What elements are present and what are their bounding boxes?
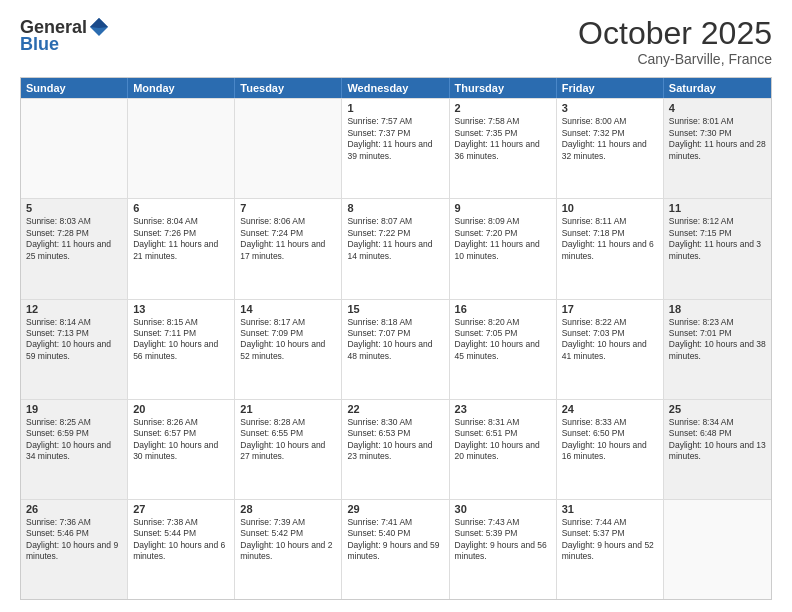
day-number: 16 — [455, 303, 551, 315]
cal-cell-1-5: 10Sunrise: 8:11 AM Sunset: 7:18 PM Dayli… — [557, 199, 664, 298]
cal-cell-3-6: 25Sunrise: 8:34 AM Sunset: 6:48 PM Dayli… — [664, 400, 771, 499]
cal-cell-0-2 — [235, 99, 342, 198]
cell-info: Sunrise: 8:06 AM Sunset: 7:24 PM Dayligh… — [240, 216, 336, 262]
cell-info: Sunrise: 7:39 AM Sunset: 5:42 PM Dayligh… — [240, 517, 336, 563]
logo: General Blue — [20, 16, 111, 55]
calendar: Sunday Monday Tuesday Wednesday Thursday… — [20, 77, 772, 600]
cell-info: Sunrise: 7:38 AM Sunset: 5:44 PM Dayligh… — [133, 517, 229, 563]
day-number: 29 — [347, 503, 443, 515]
cal-cell-0-5: 3Sunrise: 8:00 AM Sunset: 7:32 PM Daylig… — [557, 99, 664, 198]
day-number: 2 — [455, 102, 551, 114]
day-number: 13 — [133, 303, 229, 315]
day-number: 18 — [669, 303, 766, 315]
day-number: 9 — [455, 202, 551, 214]
day-number: 31 — [562, 503, 658, 515]
cal-row-0: 1Sunrise: 7:57 AM Sunset: 7:37 PM Daylig… — [21, 98, 771, 198]
cal-cell-2-2: 14Sunrise: 8:17 AM Sunset: 7:09 PM Dayli… — [235, 300, 342, 399]
header: General Blue October 2025 Cany-Barville,… — [20, 16, 772, 67]
title-block: October 2025 Cany-Barville, France — [578, 16, 772, 67]
cal-cell-4-1: 27Sunrise: 7:38 AM Sunset: 5:44 PM Dayli… — [128, 500, 235, 599]
cal-cell-3-5: 24Sunrise: 8:33 AM Sunset: 6:50 PM Dayli… — [557, 400, 664, 499]
cell-info: Sunrise: 7:58 AM Sunset: 7:35 PM Dayligh… — [455, 116, 551, 162]
cell-info: Sunrise: 8:03 AM Sunset: 7:28 PM Dayligh… — [26, 216, 122, 262]
cal-cell-1-0: 5Sunrise: 8:03 AM Sunset: 7:28 PM Daylig… — [21, 199, 128, 298]
cal-cell-2-5: 17Sunrise: 8:22 AM Sunset: 7:03 PM Dayli… — [557, 300, 664, 399]
cell-info: Sunrise: 8:01 AM Sunset: 7:30 PM Dayligh… — [669, 116, 766, 162]
header-friday: Friday — [557, 78, 664, 98]
cal-cell-2-4: 16Sunrise: 8:20 AM Sunset: 7:05 PM Dayli… — [450, 300, 557, 399]
cell-info: Sunrise: 8:20 AM Sunset: 7:05 PM Dayligh… — [455, 317, 551, 363]
cal-cell-4-2: 28Sunrise: 7:39 AM Sunset: 5:42 PM Dayli… — [235, 500, 342, 599]
cal-cell-0-0 — [21, 99, 128, 198]
cal-cell-4-3: 29Sunrise: 7:41 AM Sunset: 5:40 PM Dayli… — [342, 500, 449, 599]
cal-cell-2-0: 12Sunrise: 8:14 AM Sunset: 7:13 PM Dayli… — [21, 300, 128, 399]
cell-info: Sunrise: 8:04 AM Sunset: 7:26 PM Dayligh… — [133, 216, 229, 262]
day-number: 4 — [669, 102, 766, 114]
cal-cell-1-2: 7Sunrise: 8:06 AM Sunset: 7:24 PM Daylig… — [235, 199, 342, 298]
day-number: 7 — [240, 202, 336, 214]
cell-info: Sunrise: 8:23 AM Sunset: 7:01 PM Dayligh… — [669, 317, 766, 363]
header-wednesday: Wednesday — [342, 78, 449, 98]
cal-cell-1-3: 8Sunrise: 8:07 AM Sunset: 7:22 PM Daylig… — [342, 199, 449, 298]
cell-info: Sunrise: 8:28 AM Sunset: 6:55 PM Dayligh… — [240, 417, 336, 463]
cal-cell-3-0: 19Sunrise: 8:25 AM Sunset: 6:59 PM Dayli… — [21, 400, 128, 499]
day-number: 19 — [26, 403, 122, 415]
day-number: 28 — [240, 503, 336, 515]
calendar-body: 1Sunrise: 7:57 AM Sunset: 7:37 PM Daylig… — [21, 98, 771, 599]
cell-info: Sunrise: 7:41 AM Sunset: 5:40 PM Dayligh… — [347, 517, 443, 563]
day-number: 27 — [133, 503, 229, 515]
svg-marker-1 — [90, 18, 108, 28]
cal-cell-0-4: 2Sunrise: 7:58 AM Sunset: 7:35 PM Daylig… — [450, 99, 557, 198]
cal-row-2: 12Sunrise: 8:14 AM Sunset: 7:13 PM Dayli… — [21, 299, 771, 399]
cal-cell-3-2: 21Sunrise: 8:28 AM Sunset: 6:55 PM Dayli… — [235, 400, 342, 499]
day-number: 21 — [240, 403, 336, 415]
cell-info: Sunrise: 8:00 AM Sunset: 7:32 PM Dayligh… — [562, 116, 658, 162]
cal-row-3: 19Sunrise: 8:25 AM Sunset: 6:59 PM Dayli… — [21, 399, 771, 499]
cell-info: Sunrise: 8:26 AM Sunset: 6:57 PM Dayligh… — [133, 417, 229, 463]
cal-row-1: 5Sunrise: 8:03 AM Sunset: 7:28 PM Daylig… — [21, 198, 771, 298]
logo-flag-icon — [88, 16, 110, 38]
header-saturday: Saturday — [664, 78, 771, 98]
cell-info: Sunrise: 8:31 AM Sunset: 6:51 PM Dayligh… — [455, 417, 551, 463]
cal-cell-0-1 — [128, 99, 235, 198]
month-title: October 2025 — [578, 16, 772, 51]
cell-info: Sunrise: 8:33 AM Sunset: 6:50 PM Dayligh… — [562, 417, 658, 463]
cell-info: Sunrise: 7:57 AM Sunset: 7:37 PM Dayligh… — [347, 116, 443, 162]
cal-cell-1-1: 6Sunrise: 8:04 AM Sunset: 7:26 PM Daylig… — [128, 199, 235, 298]
day-number: 15 — [347, 303, 443, 315]
day-number: 23 — [455, 403, 551, 415]
day-number: 14 — [240, 303, 336, 315]
cal-cell-4-4: 30Sunrise: 7:43 AM Sunset: 5:39 PM Dayli… — [450, 500, 557, 599]
cell-info: Sunrise: 8:15 AM Sunset: 7:11 PM Dayligh… — [133, 317, 229, 363]
header-thursday: Thursday — [450, 78, 557, 98]
cal-cell-0-3: 1Sunrise: 7:57 AM Sunset: 7:37 PM Daylig… — [342, 99, 449, 198]
cal-cell-2-6: 18Sunrise: 8:23 AM Sunset: 7:01 PM Dayli… — [664, 300, 771, 399]
cell-info: Sunrise: 8:25 AM Sunset: 6:59 PM Dayligh… — [26, 417, 122, 463]
cal-cell-0-6: 4Sunrise: 8:01 AM Sunset: 7:30 PM Daylig… — [664, 99, 771, 198]
day-number: 6 — [133, 202, 229, 214]
day-number: 22 — [347, 403, 443, 415]
cal-cell-3-3: 22Sunrise: 8:30 AM Sunset: 6:53 PM Dayli… — [342, 400, 449, 499]
cal-cell-1-6: 11Sunrise: 8:12 AM Sunset: 7:15 PM Dayli… — [664, 199, 771, 298]
day-number: 3 — [562, 102, 658, 114]
cell-info: Sunrise: 8:07 AM Sunset: 7:22 PM Dayligh… — [347, 216, 443, 262]
day-number: 5 — [26, 202, 122, 214]
day-number: 17 — [562, 303, 658, 315]
cell-info: Sunrise: 7:36 AM Sunset: 5:46 PM Dayligh… — [26, 517, 122, 563]
cell-info: Sunrise: 8:12 AM Sunset: 7:15 PM Dayligh… — [669, 216, 766, 262]
day-number: 30 — [455, 503, 551, 515]
cell-info: Sunrise: 8:17 AM Sunset: 7:09 PM Dayligh… — [240, 317, 336, 363]
cell-info: Sunrise: 8:30 AM Sunset: 6:53 PM Dayligh… — [347, 417, 443, 463]
calendar-header: Sunday Monday Tuesday Wednesday Thursday… — [21, 78, 771, 98]
cell-info: Sunrise: 7:43 AM Sunset: 5:39 PM Dayligh… — [455, 517, 551, 563]
cal-cell-3-1: 20Sunrise: 8:26 AM Sunset: 6:57 PM Dayli… — [128, 400, 235, 499]
cal-cell-4-5: 31Sunrise: 7:44 AM Sunset: 5:37 PM Dayli… — [557, 500, 664, 599]
day-number: 24 — [562, 403, 658, 415]
cell-info: Sunrise: 8:18 AM Sunset: 7:07 PM Dayligh… — [347, 317, 443, 363]
day-number: 20 — [133, 403, 229, 415]
cal-cell-2-3: 15Sunrise: 8:18 AM Sunset: 7:07 PM Dayli… — [342, 300, 449, 399]
header-tuesday: Tuesday — [235, 78, 342, 98]
page: General Blue October 2025 Cany-Barville,… — [0, 0, 792, 612]
cal-cell-1-4: 9Sunrise: 8:09 AM Sunset: 7:20 PM Daylig… — [450, 199, 557, 298]
cal-cell-2-1: 13Sunrise: 8:15 AM Sunset: 7:11 PM Dayli… — [128, 300, 235, 399]
